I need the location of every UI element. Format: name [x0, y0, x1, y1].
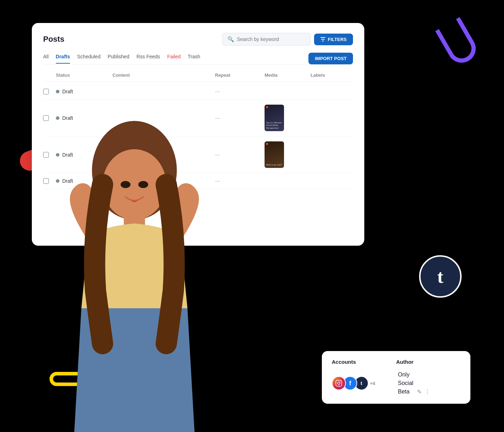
table-header: Status Content Repeat Media Labels — [43, 71, 353, 82]
tabs-left: All Drafts Scheduled Published Rss Feeds… — [43, 54, 200, 64]
svg-point-7 — [340, 381, 341, 382]
filters-button[interactable]: FILTERS — [314, 34, 353, 45]
row-2-media: Tips for Effective Social Media Manageme… — [265, 105, 311, 131]
th-status: Status — [56, 72, 112, 78]
accounts-column-title: Accounts — [332, 359, 396, 365]
draft-label: Draft — [62, 152, 73, 158]
tab-rss-feeds[interactable]: Rss Feeds — [137, 54, 160, 64]
draft-dot — [56, 179, 59, 183]
row-2-repeat: --- — [215, 115, 265, 121]
table-row: Draft --- Tips for Effective Social Medi… — [43, 100, 353, 136]
row-3-status: Draft — [56, 152, 112, 158]
tumblr-icon: t — [419, 255, 462, 298]
accounts-content: f t +4 Only Social Beta ✎ ⋮ — [332, 370, 460, 396]
more-options-icon[interactable]: ⋮ — [424, 389, 430, 395]
deco-yellow-shape — [50, 372, 92, 386]
svg-rect-5 — [336, 380, 342, 386]
accounts-card-header: Accounts Author — [332, 359, 460, 365]
row-3-media: Want to go viral? — [265, 141, 311, 168]
plus-count: +4 — [370, 381, 375, 386]
row-1-status: Draft — [56, 89, 112, 94]
draft-dot — [56, 90, 59, 93]
row-4-checkbox[interactable] — [43, 178, 49, 184]
media-thumb-1-text: Tips for Effective Social Media Manageme… — [266, 122, 283, 130]
media-thumb-1: Tips for Effective Social Media Manageme… — [265, 105, 284, 131]
draft-label: Draft — [62, 178, 73, 184]
author-row: Only Social Beta ✎ ⋮ — [398, 370, 460, 396]
tab-trash[interactable]: Trash — [188, 54, 200, 64]
tabs-row: All Drafts Scheduled Published Rss Feeds… — [43, 53, 353, 65]
author-name-block: Only Social Beta — [398, 370, 413, 396]
author-actions: ✎ ⋮ — [417, 389, 430, 396]
main-card: Posts 🔍 FILTERS All Drafts Scheduled Pub… — [32, 23, 364, 246]
row-4-repeat: --- — [215, 178, 265, 184]
row-1-checkbox[interactable] — [43, 89, 49, 94]
th-labels: Labels — [311, 72, 353, 78]
th-content: Content — [112, 72, 215, 78]
facebook-f: f — [349, 380, 351, 387]
table-row: Draft --- — [43, 84, 353, 100]
th-repeat: Repeat — [215, 72, 265, 78]
import-post-button[interactable]: IMPORT POST — [308, 53, 353, 64]
draft-label: Draft — [62, 115, 73, 121]
tumblr-t-small: t — [360, 380, 362, 386]
author-info: Only Social Beta ✎ ⋮ — [398, 370, 460, 396]
search-icon: 🔍 — [227, 36, 234, 42]
instagram-icon[interactable] — [332, 376, 346, 390]
search-input[interactable] — [237, 36, 305, 42]
author-column-title: Author — [396, 359, 460, 365]
row-2-checkbox[interactable] — [43, 115, 49, 121]
card-header: Posts 🔍 FILTERS — [43, 33, 353, 46]
media-record-dot-2 — [266, 143, 268, 145]
table-row: Draft --- Want to go viral? — [43, 136, 353, 173]
deco-purple-shape — [435, 17, 481, 68]
draft-dot — [56, 153, 59, 157]
edit-icon[interactable]: ✎ — [417, 389, 422, 395]
table-row: Draft --- — [43, 173, 353, 189]
tab-published[interactable]: Published — [108, 54, 129, 64]
header-actions: 🔍 FILTERS — [222, 33, 353, 46]
instagram-svg — [335, 380, 342, 387]
row-3-repeat: --- — [215, 152, 265, 158]
th-media: Media — [265, 72, 311, 78]
media-thumb-2: Want to go viral? — [265, 141, 284, 168]
draft-label: Draft — [62, 89, 73, 94]
row-2-status: Draft — [56, 115, 112, 121]
row-1-repeat: --- — [215, 89, 265, 94]
draft-dot — [56, 116, 59, 120]
tumblr-letter: t — [437, 266, 443, 287]
tab-scheduled[interactable]: Scheduled — [77, 54, 100, 64]
author-name-line2: Social — [398, 379, 413, 387]
media-record-dot — [266, 106, 268, 108]
tab-drafts[interactable]: Drafts — [56, 54, 70, 64]
media-thumb-2-text: Want to go viral? — [266, 164, 282, 167]
social-icons-container: f t +4 — [332, 376, 394, 390]
tab-all[interactable]: All — [43, 54, 49, 64]
tab-failed[interactable]: Failed — [167, 54, 181, 64]
page-title: Posts — [43, 35, 64, 44]
accounts-card: Accounts Author f t +4 Only — [322, 351, 470, 404]
svg-point-6 — [338, 382, 340, 385]
author-name-line1: Only — [398, 370, 413, 379]
row-4-status: Draft — [56, 178, 112, 184]
filter-icon — [320, 37, 325, 42]
row-3-checkbox[interactable] — [43, 152, 49, 158]
search-box[interactable]: 🔍 — [222, 33, 311, 46]
author-name-line3: Beta — [398, 387, 413, 396]
filters-label: FILTERS — [328, 37, 347, 42]
